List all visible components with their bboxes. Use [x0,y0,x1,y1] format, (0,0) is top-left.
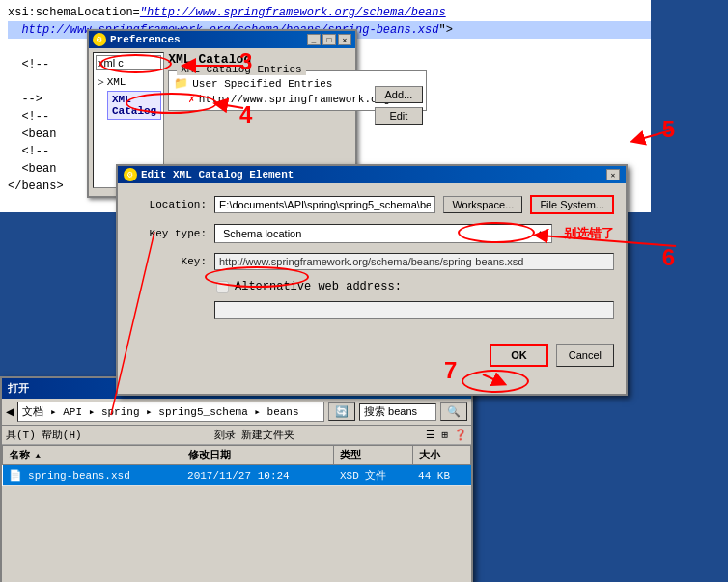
keytype-annotation: 别选错了 [564,225,614,242]
file-action-bar: 具(T) 帮助(H) 刻录 新建文件夹 ☰ ⊞ ❓ [2,426,471,445]
key-row: Key: [129,253,614,270]
help-menu[interactable]: 帮助(H) [42,428,82,442]
edit-gear-icon: ⚙ [124,168,137,181]
key-label: Key: [129,256,207,267]
preferences-title: Preferences [110,34,181,45]
search-button[interactable]: 🔍 [440,402,467,421]
alt-web-input-row [129,301,614,319]
view-grid-icon[interactable]: ⊞ [441,429,448,441]
col-modified[interactable]: 修改日期 [182,446,334,465]
tools-menu[interactable]: 具(T) [6,428,36,442]
location-label: Location: [129,199,207,210]
filter-input[interactable] [96,55,161,70]
cancel-button[interactable]: Cancel [556,344,614,367]
file-name: 📄 spring-beans.xsd [3,465,182,486]
gear-icon: ⚙ [93,33,106,46]
preferences-titlebar: ⚙ Preferences _ □ ✕ [89,31,355,48]
location-row: Location: Workspace... File System... [129,195,614,214]
tree-expand-icon: ▷ [98,75,104,88]
path-combo[interactable]: 文档 ▸ API ▸ spring ▸ spring5_schema ▸ bea… [17,402,324,422]
xml-catalog-tree-item[interactable]: XML Catalog [107,91,161,120]
col-type[interactable]: 类型 [334,446,412,465]
col-name[interactable]: 名称 [3,446,182,465]
help-icon[interactable]: ❓ [454,429,467,441]
user-specified-label: User Specified Entries [192,78,332,90]
keytype-select[interactable]: Schema location Public System [214,224,552,243]
keytype-label: Key type: [129,228,207,239]
file-toolbar: ◀ 文档 ▸ API ▸ spring ▸ spring5_schema ▸ b… [2,399,471,426]
code-line-1: xsi:schemaLocation="http://www.springfra… [8,4,720,21]
search-input[interactable] [359,403,436,421]
tree-xml-label: XML [107,76,126,88]
file-modified: 2017/11/27 10:24 [182,465,334,486]
window-controls[interactable]: _ □ ✕ [307,34,351,45]
file-table: 名称 修改日期 类型 大小 📄 spring-beans.xsd 2017/11… [2,445,471,486]
catalog-entries-label: XML Catalog Entries [177,64,305,75]
alt-web-checkbox[interactable] [216,281,229,293]
maximize-button[interactable]: □ [322,34,336,45]
file-icon: 📄 [9,470,22,482]
filesystem-button[interactable]: File System... [530,195,614,214]
alt-web-label: Alternative web address: [235,280,402,293]
keytype-row: Key type: Schema location Public System … [129,224,614,243]
tree-xml[interactable]: ▷ XML [96,74,161,89]
edit-titlebar: ⚙ Edit XML Catalog Element ✕ [118,166,626,183]
xml-catalog-label: XML Catalog [112,94,156,117]
view-list-icon[interactable]: ☰ [426,429,435,441]
new-folder-button[interactable]: 新建文件夹 [241,428,294,442]
file-dialog: 打开 _ □ ✕ ◀ 文档 ▸ API ▸ spring ▸ spring5_s… [0,376,473,582]
key-input [214,253,614,270]
edit-close-button[interactable]: ✕ [606,169,620,180]
edit-window-controls[interactable]: ✕ [606,169,620,180]
edit-dialog-title: Edit XML Catalog Element [141,169,294,180]
add-button[interactable]: Add... [375,86,423,103]
folder-icon: 📁 [174,76,188,91]
file-size: 44 KB [412,465,470,486]
workspace-button[interactable]: Workspace... [443,196,522,213]
col-size[interactable]: 大小 [412,446,470,465]
location-input[interactable] [214,196,435,213]
path-text: 文档 ▸ API ▸ spring ▸ spring5_schema ▸ bea… [22,406,298,418]
minimize-button[interactable]: _ [307,34,321,45]
file-dialog-title: 打开 [8,381,29,396]
edit-xml-dialog: ⚙ Edit XML Catalog Element ✕ Location: W… [116,164,628,396]
dialog-buttons: OK Cancel [118,336,626,374]
file-type: XSD 文件 [334,465,412,486]
file-content: 名称 修改日期 类型 大小 📄 spring-beans.xsd 2017/11… [2,445,471,486]
edit-content: Location: Workspace... File System... Ke… [118,183,626,336]
alt-web-row: Alternative web address: [129,280,614,293]
ok-button[interactable]: OK [490,344,548,367]
right-panel [651,0,728,582]
record-button[interactable]: 刻录 [214,428,236,442]
x-icon: ✗ [188,93,195,105]
refresh-button[interactable]: 🔄 [328,402,355,421]
table-row[interactable]: 📄 spring-beans.xsd 2017/11/27 10:24 XSD … [3,465,471,486]
close-button[interactable]: ✕ [338,34,351,45]
edit-button[interactable]: Edit [375,107,423,125]
alt-web-input[interactable] [214,301,614,319]
back-icon[interactable]: ◀ [6,403,14,420]
